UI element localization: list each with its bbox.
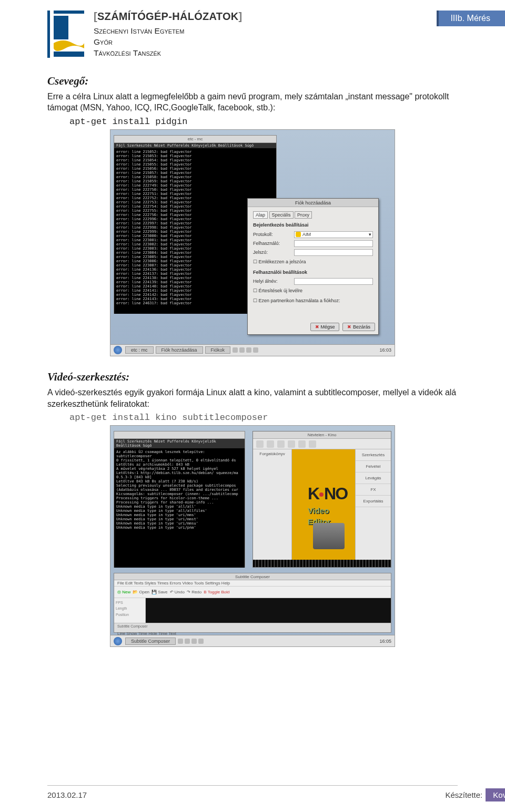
uni-dept: Távközlési Tanszék <box>94 48 458 59</box>
camera-icon <box>313 523 345 549</box>
user-input[interactable] <box>294 240 373 247</box>
remember-pass-checkbox[interactable]: ☐ Emlékezzen a jelszóra <box>253 258 373 266</box>
dialog-footer: ✖ Mégse ✖ Bezárás <box>310 323 375 331</box>
terminal-titlebar: etc - mc <box>114 136 276 143</box>
sub-titlebar: Subtitle Composer <box>114 573 391 580</box>
screenshot-pidgin: etc - mc Fájl Szerkesztés Nézet Pufferel… <box>110 130 395 356</box>
terminal-menu: Fájl Szerkesztés Nézet Pufferelés Könyvj… <box>114 143 276 148</box>
toolbar-icon[interactable] <box>267 440 274 448</box>
header-subtitle: Széchenyi István Egyetem Győr Távközlési… <box>94 26 458 59</box>
subtitle-composer-window: Subtitle Composer File Edit Texts Styles… <box>114 573 391 633</box>
chevron-down-icon: ▾ <box>369 231 371 239</box>
side-export[interactable]: Exportálás <box>356 496 391 507</box>
side-fx[interactable]: FX <box>356 484 391 496</box>
pass-input[interactable] <box>294 249 373 256</box>
section-video-body: A videó-szerkesztés egyik gyakori formáj… <box>47 387 458 409</box>
toolbar-icon[interactable] <box>256 440 264 448</box>
tb-save[interactable]: 💾 Save <box>152 590 167 594</box>
section-video-title: Videó-szerkesztés: <box>47 371 458 384</box>
section-csevego-body: Erre a célra Linux alatt a legmegfelelőb… <box>47 91 458 114</box>
toolbar-icon[interactable] <box>277 440 285 448</box>
svg-rect-1 <box>54 11 84 14</box>
title-block: [SZÁMÍTÓGÉP-HÁLÓZATOK] Széchenyi István … <box>94 11 458 59</box>
pass-label: Jelszó: <box>253 249 294 256</box>
alias-label: Helyi álnév: <box>253 277 294 285</box>
footer-author: Kovács Ákos <box>486 788 505 801</box>
close-icon: ✖ <box>347 324 351 330</box>
terminal-window-2: Fájl Szerkesztés Nézet Pufferelés Könyvj… <box>114 431 245 568</box>
protocol-label: Protokoll: <box>253 231 294 239</box>
mail-notify-checkbox[interactable]: ☐ Értesítések új levélre <box>253 287 373 295</box>
screenshot-kino: Fájl Szerkesztés Nézet Pufferelés Könyvj… <box>110 426 395 646</box>
alias-input[interactable] <box>294 278 373 285</box>
university-logo <box>47 11 84 58</box>
sub-menubar: File Edit Texts Styles Times Errors Vide… <box>114 580 391 587</box>
taskbar-mc[interactable]: etc : mc <box>125 346 154 354</box>
tab-proxy[interactable]: Proxy <box>295 211 312 219</box>
cmd-kino: apt-get install kino subtitlecomposer <box>69 413 458 423</box>
taskbar-clock: 16:03 <box>379 347 391 353</box>
taskbar: etc : mc Fiók hozzáadása Fiókok 16:03 <box>110 344 395 356</box>
toolbar-icon[interactable] <box>288 440 295 448</box>
sub-statusbar: Subtitle Composer <box>114 623 391 632</box>
info-fps: FPS <box>116 600 144 605</box>
kino-timeline[interactable] <box>253 560 391 567</box>
buddy-icon-checkbox[interactable]: ☐ Ezen partnerikon használata a fiókhoz: <box>253 297 373 305</box>
tab-alap[interactable]: Alap <box>253 211 268 219</box>
aim-icon <box>296 232 301 237</box>
taskbar-accounts[interactable]: Fiókok <box>205 346 231 354</box>
info-position: Position <box>116 612 144 618</box>
user-section-label: Felhasználói beállítások <box>253 269 373 276</box>
footer-made-by-label: Készítette: <box>445 790 482 799</box>
svg-rect-0 <box>47 11 50 58</box>
cancel-button[interactable]: ✖ Mégse <box>310 323 340 331</box>
taskbar-clock2: 16:05 <box>379 639 391 644</box>
system-tray <box>178 639 204 644</box>
tab-specialis[interactable]: Speciális <box>269 211 294 219</box>
main-title-text: SZÁMÍTÓGÉP-HÁLÓZATOK <box>97 11 239 22</box>
tb-new[interactable]: ◎ New <box>117 590 130 594</box>
dialog-tabs: Alap Speciális Proxy <box>253 211 373 219</box>
toolbar-icon[interactable] <box>309 440 316 448</box>
kino-sidebar: Szerkesztés Felvétel Levágás FX Exportál… <box>355 449 391 560</box>
uni-city: Győr <box>94 37 458 48</box>
info-length: Length <box>116 605 144 611</box>
sub-toolbar: ◎ New 📂 Open 💾 Save ↶ Undo ↷ Redo B Togg… <box>114 587 391 598</box>
taskbar2: Subtitle Composer 16:05 <box>110 635 395 646</box>
protocol-select[interactable]: AIM ▾ <box>294 231 373 238</box>
side-edit[interactable]: Szerkesztés <box>356 449 391 461</box>
toolbar-icon[interactable] <box>298 440 306 448</box>
side-record[interactable]: Felvétel <box>356 461 391 472</box>
kino-viewport: KNO Video Editor <box>292 449 355 560</box>
dialog-body: Alap Speciális Proxy Bejelentkezés beáll… <box>248 207 378 311</box>
task-subcomposer[interactable]: Subtitle Composer <box>125 638 176 645</box>
kino-sub1: Video <box>308 507 329 515</box>
kde-start-icon[interactable] <box>114 346 122 354</box>
tb-undo[interactable]: ↶ Undo <box>170 590 185 594</box>
bracket-close: ] <box>239 11 243 22</box>
close-icon: ✖ <box>315 324 319 330</box>
tb-open[interactable]: 📂 Open <box>133 590 149 594</box>
svg-rect-2 <box>54 52 84 57</box>
kde-start-icon[interactable] <box>114 637 122 645</box>
side-trim[interactable]: Levágás <box>356 472 391 484</box>
section-csevego-title: Csevegő: <box>47 75 458 88</box>
uni-name: Széchenyi István Egyetem <box>94 26 458 37</box>
terminal2-titlebar <box>114 431 245 439</box>
tb-bold[interactable]: B Toggle Bold <box>204 590 229 594</box>
footer-date: 2013.02.17 <box>47 790 87 799</box>
tb-redo[interactable]: ↷ Redo <box>187 590 201 594</box>
kino-storyboard: Forgatókönyv <box>253 449 292 560</box>
kino-logo: KNO <box>308 484 347 503</box>
bracket-open: [ <box>94 11 97 22</box>
protocol-value: AIM <box>302 231 311 239</box>
kino-titlebar: Névtelen - Kino <box>253 431 391 439</box>
footer-rule <box>47 785 458 786</box>
terminal2-body: Fájl Szerkesztés Nézet Pufferelés Könyvj… <box>114 439 245 568</box>
cmd-pidgin: apt-get install pidgin <box>69 117 458 127</box>
dialog-titlebar: Fiók hozzáadása <box>248 199 378 207</box>
taskbar-add-account[interactable]: Fiók hozzáadása <box>156 346 203 354</box>
kino-toolbar <box>253 439 391 449</box>
user-label: Felhasználó: <box>253 240 294 248</box>
close-button[interactable]: ✖ Bezárás <box>342 323 375 331</box>
